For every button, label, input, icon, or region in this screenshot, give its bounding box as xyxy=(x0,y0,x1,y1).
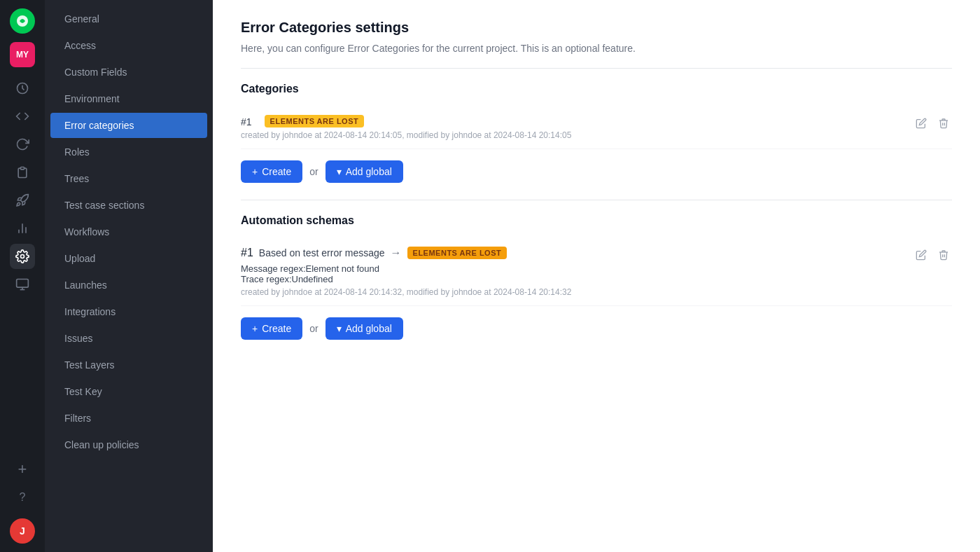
category-item-1: #1 ELEMENTS ARE LOST created by johndoe … xyxy=(241,106,952,149)
automation-meta-1: created by johndoe at 2024-08-14 20:14:3… xyxy=(241,287,913,297)
automation-section-title: Automation schemas xyxy=(241,214,952,227)
svg-rect-2 xyxy=(21,167,24,170)
add-global-category-button[interactable]: ▾ Add global xyxy=(326,160,403,183)
categories-or-text: or xyxy=(309,166,318,177)
category-number-1: #1 xyxy=(241,116,252,127)
automation-button-row: + Create or ▾ Add global xyxy=(241,317,952,340)
page-title: Error Categories settings xyxy=(241,20,952,36)
sidebar-item-issues[interactable]: Issues xyxy=(50,326,207,351)
sidebar-item-general[interactable]: General xyxy=(50,6,207,32)
app-logo[interactable] xyxy=(10,8,35,34)
add-icon[interactable]: + xyxy=(10,457,35,482)
automation-detail-message-1: Message regex:Element not found xyxy=(241,263,913,274)
rocket-nav-icon[interactable] xyxy=(10,188,35,213)
automation-label-1: Based on test error message xyxy=(259,247,385,258)
add-global-chevron-icon: ▾ xyxy=(337,166,342,177)
sidebar-item-test-layers[interactable]: Test Layers xyxy=(50,352,207,378)
divider-1 xyxy=(241,68,952,69)
svg-rect-7 xyxy=(17,280,29,288)
help-icon[interactable]: ? xyxy=(10,485,35,510)
add-global-automation-label: Add global xyxy=(346,323,392,334)
automation-header-1: #1 Based on test error message → ELEMENT… xyxy=(241,247,913,259)
refresh-nav-icon[interactable] xyxy=(10,132,35,157)
main-content: Error Categories settings Here, you can … xyxy=(213,0,980,552)
create-category-button[interactable]: + Create xyxy=(241,160,302,183)
svg-point-6 xyxy=(21,255,24,258)
add-global-automation-button[interactable]: ▾ Add global xyxy=(326,317,403,340)
arrow-icon-1: → xyxy=(391,247,402,259)
page-description: Here, you can configure Error Categories… xyxy=(241,43,952,54)
automation-badge-1: ELEMENTS ARE LOST xyxy=(407,247,507,259)
monitor-nav-icon[interactable] xyxy=(10,272,35,297)
sidebar-item-access[interactable]: Access xyxy=(50,33,207,58)
sidebar-item-environment[interactable]: Environment xyxy=(50,86,207,111)
sidebar-item-filters[interactable]: Filters xyxy=(50,406,207,431)
automation-or-text: or xyxy=(309,323,318,334)
avatar-my[interactable]: MY xyxy=(10,42,35,67)
create-automation-label: Create xyxy=(262,323,291,334)
nav-sidebar: General Access Custom Fields Environment… xyxy=(45,0,213,552)
automation-number-1: #1 xyxy=(241,247,253,259)
delete-automation-button-1[interactable] xyxy=(935,247,952,266)
sidebar-item-test-key[interactable]: Test Key xyxy=(50,379,207,404)
icon-sidebar: MY + ? J xyxy=(0,0,45,552)
automation-item-actions-1 xyxy=(913,247,952,266)
clock-nav-icon[interactable] xyxy=(10,76,35,101)
sidebar-item-integrations[interactable]: Integrations xyxy=(50,299,207,324)
code-nav-icon[interactable] xyxy=(10,104,35,129)
automation-details-1: Message regex:Element not found Trace re… xyxy=(241,263,913,297)
edit-category-button-1[interactable] xyxy=(913,115,930,134)
sidebar-item-test-case-sections[interactable]: Test case sections xyxy=(50,193,207,218)
add-global-category-label: Add global xyxy=(346,166,392,177)
sidebar-item-roles[interactable]: Roles xyxy=(50,139,207,165)
user-avatar[interactable]: J xyxy=(10,518,35,544)
categories-button-row: + Create or ▾ Add global xyxy=(241,160,952,183)
category-item-actions-1 xyxy=(913,115,952,134)
sidebar-item-custom-fields[interactable]: Custom Fields xyxy=(50,60,207,85)
delete-category-button-1[interactable] xyxy=(935,115,952,134)
sidebar-item-trees[interactable]: Trees xyxy=(50,166,207,191)
automation-item-1: #1 Based on test error message → ELEMENT… xyxy=(241,238,952,306)
create-category-plus-icon: + xyxy=(252,166,258,177)
bar-chart-nav-icon[interactable] xyxy=(10,216,35,241)
categories-section-title: Categories xyxy=(241,83,952,95)
sidebar-item-upload[interactable]: Upload xyxy=(50,246,207,271)
sidebar-item-launches[interactable]: Launches xyxy=(50,272,207,298)
category-meta-1: created by johndoe at 2024-08-14 20:14:0… xyxy=(241,130,913,140)
create-automation-plus-icon: + xyxy=(252,323,258,334)
sidebar-item-error-categories[interactable]: Error categories xyxy=(50,113,207,138)
settings-nav-icon[interactable] xyxy=(10,244,35,269)
automation-detail-trace-1: Trace regex:Undefined xyxy=(241,274,913,284)
create-category-label: Create xyxy=(262,166,291,177)
clipboard-nav-icon[interactable] xyxy=(10,160,35,185)
divider-2 xyxy=(241,200,952,200)
sidebar-item-workflows[interactable]: Workflows xyxy=(50,219,207,244)
category-badge-1: ELEMENTS ARE LOST xyxy=(265,115,365,127)
create-automation-button[interactable]: + Create xyxy=(241,317,302,340)
sidebar-item-clean-up-policies[interactable]: Clean up policies xyxy=(50,432,207,457)
edit-automation-button-1[interactable] xyxy=(913,247,930,266)
add-global-automation-chevron-icon: ▾ xyxy=(337,323,342,334)
